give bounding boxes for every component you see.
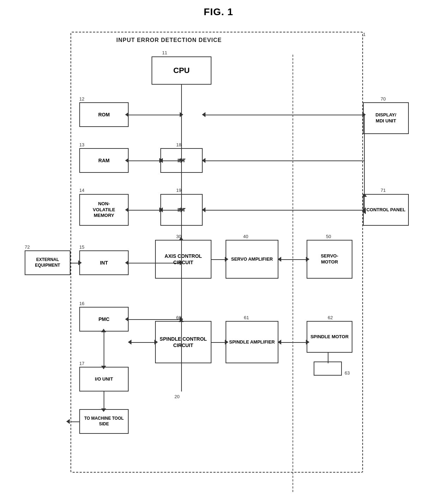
ram-box: RAM [79, 148, 129, 173]
external-box: EXTERNAL EQUIPMENT [25, 250, 70, 275]
pmc-io-arrow-up [101, 329, 106, 332]
pmc-arrow-left [125, 317, 129, 322]
display-vert-line [364, 115, 365, 194]
machine-tool-box: TO MACHINE TOOL SIDE [79, 409, 129, 434]
int15-arrow-left [125, 260, 129, 265]
pmc-io-vert [104, 332, 104, 367]
device-63-box [314, 362, 342, 376]
rom-display-line [203, 115, 364, 115]
int18-bus-line-left [160, 160, 181, 161]
axis-circuit-box: AXIS CONTROL CIRCUIT [155, 240, 211, 279]
ref-72: 72 [25, 244, 30, 250]
spindle-from-pmc-arrow [128, 340, 131, 345]
spindle-circuit-box: SPINDLE CONTROL CIRCUIT [155, 321, 211, 363]
ram-arrow-left [125, 158, 129, 163]
pmc-bus-line [129, 319, 181, 320]
ref-18: 18 [176, 142, 181, 147]
axis-to-servo-arrow [225, 257, 228, 262]
int19-arrow-from-right [202, 207, 205, 212]
ref-11: 11 [162, 50, 167, 55]
pmc-io-arrow [101, 366, 106, 369]
int19-bus-line [160, 210, 181, 211]
control-panel-box: CONTROL PANEL [363, 194, 409, 226]
int15-arrow-right [180, 260, 183, 265]
motor-device-vert [328, 353, 328, 363]
cp-from-right [362, 209, 366, 214]
page-title: FIG. 1 [0, 0, 437, 21]
int18-arrow-from-right [202, 158, 205, 163]
int19-arrow-right-to-bus [180, 207, 184, 212]
io-machine-vert [104, 391, 104, 411]
ref-62: 62 [328, 315, 333, 320]
device-label: INPUT ERROR DETECTION DEVICE [116, 37, 222, 43]
ref-19: 19 [176, 188, 181, 193]
spindle-amp-from-motor [278, 340, 281, 345]
ref-15: 15 [79, 244, 84, 250]
ref-71: 71 [381, 188, 386, 193]
servo-amp-box: SERVO AMPLIFIER [226, 240, 278, 279]
io-machine-arrow [101, 408, 106, 412]
ref-1: 1 [363, 32, 365, 37]
diagram-area: INPUT ERROR DETECTION DEVICE 1 CPU 11 RO… [25, 21, 412, 490]
spindle-amp-box: SPINDLE AMPLIFIER [226, 321, 278, 363]
spindle-to-motor-arrow [306, 340, 309, 345]
rom-arrow-right [180, 112, 183, 117]
boundary-line [293, 55, 293, 492]
ref-50: 50 [326, 234, 331, 239]
axis-bus-up-arrow [179, 237, 184, 241]
servo-motor-box: SERVO- MOTOR [307, 240, 352, 279]
servo-amp-from-motor [278, 257, 281, 262]
rom-bus-line [129, 115, 181, 115]
ref-17: 17 [79, 361, 84, 366]
spindle-to-amp-arrow [225, 340, 228, 345]
nvm-bus-line [129, 210, 160, 211]
machine-arrow [66, 419, 70, 424]
ref-14: 14 [79, 188, 84, 193]
axis-servo-line [211, 259, 226, 260]
rom-box: ROM [79, 102, 129, 127]
ref-12: 12 [79, 96, 84, 102]
ref-70: 70 [381, 96, 386, 102]
spindle-motor-box: SPINDLE MOTOR [307, 321, 352, 353]
nvm-arrow-left [125, 207, 129, 212]
rom-arrow-left [125, 112, 129, 117]
ext-arrow-right [78, 260, 82, 265]
display-box: DISPLAY/ MDI UNIT [363, 102, 409, 134]
int18-right-line [203, 160, 365, 161]
int18-arrow-left [159, 158, 163, 163]
spindle-amp-line [211, 342, 226, 343]
pmc-to-spindle-arrow [154, 340, 158, 345]
pmc-spindle-line [129, 342, 155, 343]
pmc-box: PMC [79, 307, 129, 332]
ref-61: 61 [244, 315, 249, 320]
ram-bus-line [129, 160, 160, 161]
ref-16: 16 [79, 301, 84, 306]
int15-bus-line [129, 263, 181, 263]
ref-20: 20 [174, 394, 179, 399]
machine-arrow-line [70, 421, 79, 422]
int18-arrow-right [180, 158, 184, 163]
io-box: I/O UNIT [79, 367, 129, 391]
nvm-box: NON- VOLATILE MEMORY [79, 194, 129, 226]
int19-arrow-left [159, 207, 163, 212]
cpu-box: CPU [152, 56, 211, 85]
int19-right-line [203, 210, 365, 211]
int15-box: INT [79, 250, 129, 275]
ref-40: 40 [243, 234, 248, 239]
spindle-bus-up-arrow [179, 318, 184, 322]
display-arrow-left-rom [202, 112, 205, 117]
ref-13: 13 [79, 142, 84, 147]
ref-63: 63 [345, 370, 350, 376]
servo-to-motor-arrow [306, 257, 309, 262]
